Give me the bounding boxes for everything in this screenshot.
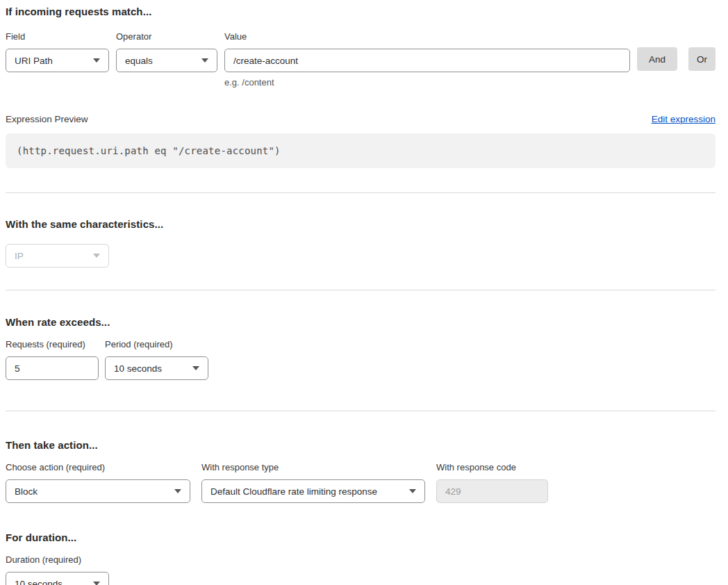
requests-label: Requests (required) xyxy=(6,339,99,349)
choose-action-group: Choose action (required) Block xyxy=(6,462,190,503)
action-row: Choose action (required) Block With resp… xyxy=(6,462,715,503)
period-select-value: 10 seconds xyxy=(114,363,162,374)
operator-label: Operator xyxy=(116,31,217,42)
chevron-down-icon xyxy=(201,58,208,63)
period-label: Period (required) xyxy=(105,339,208,349)
characteristic-select: IP xyxy=(6,244,109,267)
expression-preview-code: (http.request.uri.path eq "/create-accou… xyxy=(6,133,715,168)
section-divider xyxy=(6,192,715,193)
match-heading: If incoming requests match... xyxy=(6,6,715,17)
value-label: Value xyxy=(224,31,630,42)
response-code-label: With response code xyxy=(436,462,548,472)
chevron-down-icon xyxy=(93,254,100,258)
rate-row: Requests (required) Period (required) 10… xyxy=(6,339,715,380)
characteristic-select-value: IP xyxy=(15,251,24,261)
duration-heading: For duration... xyxy=(6,532,715,543)
and-button[interactable]: And xyxy=(637,47,677,71)
choose-action-select-value: Block xyxy=(15,486,38,497)
expression-preview-label: Expression Preview xyxy=(6,114,88,124)
response-type-select-value: Default Cloudflare rate limiting respons… xyxy=(210,486,377,497)
requests-group: Requests (required) xyxy=(6,339,99,380)
chevron-down-icon xyxy=(93,58,100,63)
duration-group: Duration (required) 10 seconds xyxy=(6,554,709,585)
duration-select-value: 10 seconds xyxy=(15,579,63,585)
operator-select[interactable]: equals xyxy=(116,49,217,72)
section-take-action: Then take action... Choose action (requi… xyxy=(6,439,715,503)
requests-input[interactable] xyxy=(6,356,99,380)
chevron-down-icon xyxy=(93,582,100,585)
duration-label: Duration (required) xyxy=(6,554,709,565)
value-input[interactable] xyxy=(224,49,630,72)
response-type-group: With response type Default Cloudflare ra… xyxy=(201,462,425,503)
field-label: Field xyxy=(6,31,109,42)
section-same-characteristics: With the same characteristics... IP xyxy=(6,218,715,267)
response-type-label: With response type xyxy=(201,462,425,472)
section-rate-exceeds: When rate exceeds... Requests (required)… xyxy=(6,316,715,380)
section-divider xyxy=(6,290,715,290)
section-for-duration: For duration... Duration (required) 10 s… xyxy=(6,532,715,585)
chevron-down-icon xyxy=(192,366,199,370)
expression-preview-header: Expression Preview Edit expression xyxy=(6,114,715,124)
value-group: Value e.g. /content xyxy=(224,31,630,88)
section-divider xyxy=(6,411,715,411)
period-group: Period (required) 10 seconds xyxy=(105,339,208,380)
response-type-select[interactable]: Default Cloudflare rate limiting respons… xyxy=(201,479,425,503)
rate-limiting-rule-form: If incoming requests match... Field URI … xyxy=(0,0,728,585)
section-incoming-requests-match: If incoming requests match... Field URI … xyxy=(6,6,715,168)
field-select[interactable]: URI Path xyxy=(6,49,109,72)
field-select-value: URI Path xyxy=(15,56,53,66)
action-heading: Then take action... xyxy=(6,439,715,451)
match-condition-row: Field URI Path Operator equals Value e.g… xyxy=(6,31,715,88)
operator-select-value: equals xyxy=(125,56,153,66)
chevron-down-icon xyxy=(174,489,181,493)
response-code-group: With response code xyxy=(436,462,548,503)
duration-select[interactable]: 10 seconds xyxy=(6,572,109,585)
rate-heading: When rate exceeds... xyxy=(6,316,715,328)
period-select[interactable]: 10 seconds xyxy=(105,356,208,380)
response-code-input xyxy=(436,479,548,503)
or-button[interactable]: Or xyxy=(688,47,715,71)
choose-action-label: Choose action (required) xyxy=(6,462,190,472)
field-group: Field URI Path xyxy=(6,31,109,72)
characteristics-heading: With the same characteristics... xyxy=(6,218,715,230)
choose-action-select[interactable]: Block xyxy=(6,479,190,503)
operator-group: Operator equals xyxy=(116,31,217,72)
chevron-down-icon xyxy=(409,489,416,493)
value-helper-text: e.g. /content xyxy=(224,77,630,88)
edit-expression-link[interactable]: Edit expression xyxy=(652,114,715,124)
